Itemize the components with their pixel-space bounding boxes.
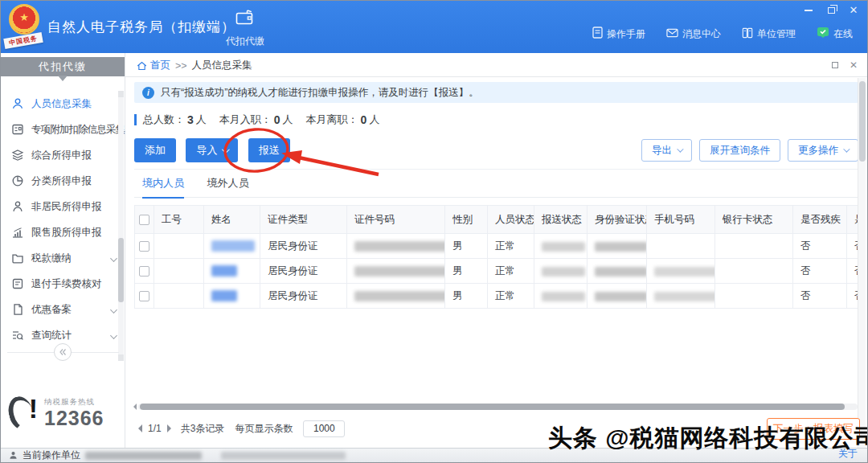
col-gender: 性别 — [445, 206, 488, 234]
sidebar-menu: 人员信息采集 专项附加扣除信息采集 综合所得申报 分类所得申报 非居民所得申报 … — [1, 91, 125, 348]
message-center-label: 消息中心 — [682, 27, 721, 41]
main-content: 首页 >> 人员信息采集 ✕ i 只有“报送成功”的纳税人才能进行扣缴申报操作，… — [125, 55, 868, 449]
redacted-submit-status — [542, 242, 585, 252]
sidebar-item-special-deduction[interactable]: 专项附加扣除信息采集 — [1, 117, 125, 142]
file-icon — [11, 303, 24, 316]
about-link[interactable]: 关于 — [838, 447, 858, 461]
message-center-link[interactable]: 消息中心 — [666, 27, 721, 41]
more-actions-button[interactable]: 更多操作 — [788, 139, 858, 162]
nav-tab-withholding[interactable]: 代扣代缴 — [219, 10, 271, 48]
close-button[interactable]: ✕ — [848, 6, 859, 15]
scrollbar-thumb[interactable] — [140, 404, 845, 410]
scrollbar-thumb[interactable] — [118, 238, 124, 302]
panel-controls: ✕ — [832, 61, 858, 69]
stat-label: 总人数： — [143, 113, 185, 127]
hotline-12366-icon: ! — [7, 391, 39, 435]
wallet-icon — [235, 10, 255, 28]
sidebar-item-comprehensive-income[interactable]: 综合所得申报 — [1, 142, 125, 168]
app-header: ✕ 中国税务 自然人电子税务局（扣缴端） 代扣代缴 操作手册 消息中心 单位 — [1, 1, 867, 53]
expand-query-button[interactable]: 展开查询条件 — [699, 139, 780, 162]
collapse-sidebar-button[interactable] — [54, 343, 72, 361]
import-button[interactable]: 导入 — [186, 138, 238, 162]
stat-unit: 人 — [283, 113, 293, 127]
scrollbar-thumb[interactable] — [859, 81, 866, 162]
col-truncated: 是 — [847, 206, 859, 234]
tab-domestic-personnel[interactable]: 境内人员 — [142, 176, 184, 199]
breadcrumb-home-link[interactable]: 首页 — [137, 59, 170, 72]
col-submit-status: 报送状态 — [534, 206, 588, 234]
sidebar-item-personnel-info[interactable]: 人员信息采集 — [1, 91, 125, 117]
import-button-label: 导入 — [196, 143, 217, 158]
bar-chart-icon — [11, 226, 24, 239]
next-step-button[interactable]: 下一步：报表填写 — [767, 418, 860, 440]
alert-text: 只有“报送成功”的纳税人才能进行扣缴申报操作，请及时进行【报送】。 — [161, 86, 479, 100]
minimize-button[interactable] — [803, 6, 814, 15]
nav-tab-label: 代扣代缴 — [226, 35, 264, 48]
redacted-verify-status — [595, 292, 647, 301]
manual-link-label: 操作手册 — [607, 27, 645, 41]
col-person-status: 人员状态 — [488, 206, 534, 234]
sidebar-item-nonresident-income[interactable]: 非居民所得申报 — [1, 194, 125, 219]
stat-label: 本月入职： — [219, 113, 272, 127]
per-page-input[interactable] — [303, 420, 345, 437]
divider — [134, 169, 858, 170]
table-row[interactable]: 居民身份证 男 正常 否 否 — [135, 234, 859, 259]
redacted-id-number — [354, 266, 445, 277]
submit-button[interactable]: 报送 — [248, 138, 290, 162]
sidebar-item-classified-income[interactable]: 分类所得申报 — [1, 168, 125, 194]
sidebar-scrollbar[interactable] — [118, 91, 124, 361]
vertical-scrollbar[interactable] — [858, 78, 866, 448]
maximize-button[interactable] — [825, 6, 837, 15]
prev-page-icon[interactable] — [134, 424, 142, 432]
person-icon — [11, 97, 24, 110]
pagination: 1/1 共3条记录 每页显示条数 — [134, 419, 345, 438]
row-checkbox[interactable] — [139, 291, 149, 301]
sidebar-item-label: 限售股所得申报 — [31, 226, 102, 240]
manual-icon — [592, 27, 603, 41]
panel-close-icon[interactable]: ✕ — [850, 61, 858, 69]
add-button[interactable]: 添加 — [134, 138, 176, 162]
col-disabled: 是否残疾 — [793, 206, 847, 234]
header-quick-links: 操作手册 消息中心 单位管理 在线 — [592, 27, 853, 41]
col-employee-id: 工号 — [154, 206, 204, 234]
sidebar-item-tax-payment[interactable]: 税款缴纳 — [1, 245, 125, 271]
home-icon — [137, 61, 147, 71]
tab-overseas-personnel[interactable]: 境外人员 — [207, 176, 248, 197]
sidebar-header: 代扣代缴 — [1, 57, 125, 76]
online-icon — [817, 27, 829, 41]
horizontal-scrollbar[interactable] — [130, 403, 866, 410]
online-status[interactable]: 在线 — [817, 27, 853, 41]
search-list-icon — [11, 329, 24, 342]
panel-maximize-icon[interactable] — [832, 62, 838, 68]
row-checkbox[interactable] — [139, 266, 149, 277]
accent-bar — [134, 114, 137, 125]
id-card-icon — [11, 123, 24, 136]
double-chevron-left-icon — [59, 348, 67, 356]
stat-unit: 人 — [196, 113, 207, 127]
next-page-icon[interactable] — [167, 424, 175, 432]
current-unit-label: 当前操作单位 — [23, 449, 80, 462]
row-checkbox[interactable] — [139, 241, 149, 252]
breadcrumb-home-label: 首页 — [150, 59, 170, 72]
table-row[interactable]: 居民身份证 男 正常 否 否 — [135, 284, 859, 309]
redacted-company-name — [85, 452, 202, 460]
document-check-icon — [11, 277, 24, 290]
sidebar-item-refund-fee-check[interactable]: 退付手续费核对 — [1, 271, 125, 297]
page-indicator: 1/1 — [148, 423, 162, 434]
scroll-left-icon[interactable] — [130, 404, 137, 410]
personnel-table: 工号 姓名 证件类型 证件号码 性别 人员状态 报送状态 身份验证状态 手机号码… — [134, 205, 858, 309]
sidebar-item-restricted-stock[interactable]: 限售股所得申报 — [1, 219, 125, 245]
manual-link[interactable]: 操作手册 — [592, 27, 645, 41]
online-status-label: 在线 — [833, 27, 853, 41]
table-tools: 导出 展开查询条件 更多操作 — [641, 139, 858, 162]
stat-label: 本月离职： — [306, 113, 358, 127]
folder-icon — [11, 252, 24, 264]
export-button[interactable]: 导出 — [641, 139, 692, 162]
sidebar-item-preference-filing[interactable]: 优惠备案 — [1, 297, 125, 322]
expand-query-label: 展开查询条件 — [710, 144, 770, 158]
table-row[interactable]: 居民身份证 男 正常 否 否 — [135, 259, 859, 284]
redacted-name — [211, 290, 237, 301]
org-management-link[interactable]: 单位管理 — [742, 27, 796, 41]
sidebar-item-label: 分类所得申报 — [31, 174, 92, 188]
select-all-checkbox[interactable] — [139, 215, 149, 225]
